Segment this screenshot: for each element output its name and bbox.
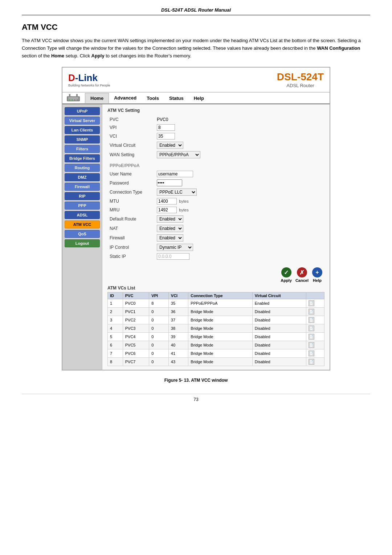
sidebar-item-rip[interactable]: RIP — [65, 192, 100, 200]
wan-setting-cell: PPPoE/PPPoA Bridge Mode Dynamic IP — [155, 150, 324, 159]
help-icon: + — [312, 267, 322, 278]
mtu-row: MTU bytes — [107, 197, 324, 206]
sidebar-item-snmp[interactable]: SNMP — [65, 135, 100, 143]
virtual-circuit-row: Virtual Circuit Enabled Disabled — [107, 141, 324, 150]
sidebar-item-firewall[interactable]: Firewall — [65, 183, 100, 191]
sidebar-item-lan-clients[interactable]: Lan Clients — [65, 126, 100, 134]
pvc-value: PVC0 — [155, 116, 324, 123]
cancel-button[interactable]: ✗ Cancel — [295, 267, 309, 283]
sidebar-item-virtual-server[interactable]: Virtual Server — [65, 117, 100, 125]
nav-status[interactable]: Status — [164, 93, 189, 103]
help-button[interactable]: + Help — [312, 267, 322, 283]
cell-edit: 📄 — [306, 316, 324, 324]
sidebar-item-qos[interactable]: QoS — [65, 230, 100, 238]
cell-edit: 📄 — [306, 349, 324, 358]
wan-setting-label: WAN Setting — [107, 150, 155, 159]
cell-vpi: 0 — [149, 308, 168, 316]
col-pvc: PVC — [123, 292, 149, 299]
edit-icon[interactable]: 📄 — [309, 334, 314, 340]
sidebar-item-atm-vcc[interactable]: ATM VCC — [65, 220, 100, 228]
cell-conn-type: Bridge Mode — [188, 324, 252, 333]
vci-input[interactable] — [157, 133, 175, 139]
ip-control-row: IP Control Dynamic IP Static IP — [107, 243, 324, 252]
router-body: UPnP Virtual Server Lan Clients SNMP Fil… — [62, 104, 330, 370]
sidebar-item-upnp[interactable]: UPnP — [65, 107, 100, 115]
sidebar-item-bridge-filters[interactable]: Bridge Filters — [65, 154, 100, 162]
virtual-circuit-select[interactable]: Enabled Disabled — [157, 142, 183, 149]
sidebar-item-routing[interactable]: Routing — [65, 164, 100, 172]
cell-edit: 📄 — [306, 358, 324, 366]
nav-home[interactable]: Home — [85, 93, 109, 103]
router-icon — [66, 93, 82, 104]
cell-edit: 📄 — [306, 308, 324, 316]
default-route-row: Default Route Enabled Disabled — [107, 214, 324, 224]
username-cell — [155, 170, 324, 178]
edit-icon[interactable]: 📄 — [309, 351, 314, 356]
wan-setting-select[interactable]: PPPoE/PPPoA Bridge Mode Dynamic IP — [157, 151, 200, 158]
cell-edit: 📄 — [306, 341, 324, 349]
default-route-select[interactable]: Enabled Disabled — [157, 215, 183, 223]
nat-select[interactable]: Enabled Disabled — [157, 225, 183, 232]
firewall-select[interactable]: Enabled Disabled — [157, 234, 183, 242]
vpi-label: VPI — [107, 123, 155, 132]
cell-virtual-circuit: Enabled — [252, 299, 306, 308]
pppoe-section-title: PPPoE/PPPoA — [107, 163, 324, 168]
vci-cell — [155, 132, 324, 141]
edit-icon[interactable]: 📄 — [309, 300, 314, 306]
sidebar-item-ppp[interactable]: PPP — [65, 202, 100, 210]
help-label: Help — [313, 278, 322, 283]
cell-virtual-circuit: Disabled — [252, 333, 306, 341]
cell-id: 6 — [108, 341, 123, 349]
cell-pvc: PVC7 — [123, 358, 149, 366]
apply-button[interactable]: ✓ Apply — [281, 267, 292, 283]
vpi-row: VPI — [107, 123, 324, 132]
vpi-input[interactable] — [157, 124, 175, 131]
cell-vci: 43 — [168, 358, 188, 366]
mtu-input[interactable] — [157, 198, 177, 204]
cell-conn-type: Bridge Mode — [188, 308, 252, 316]
password-cell — [155, 178, 324, 187]
nav-advanced[interactable]: Advanced — [109, 93, 142, 104]
sidebar-item-adsl[interactable]: ADSL — [65, 211, 100, 219]
edit-icon[interactable]: 📄 — [309, 342, 314, 348]
cell-virtual-circuit: Disabled — [252, 316, 306, 324]
mru-input[interactable] — [157, 207, 177, 213]
cell-id: 8 — [108, 358, 123, 366]
sidebar-item-filters[interactable]: Filters — [65, 145, 100, 153]
password-row: Password — [107, 178, 324, 187]
username-input[interactable] — [157, 171, 193, 177]
static-ip-input[interactable] — [157, 253, 189, 260]
cell-id: 4 — [108, 324, 123, 333]
edit-icon[interactable]: 📄 — [309, 325, 314, 331]
edit-icon[interactable]: 📄 — [309, 359, 314, 365]
default-route-cell: Enabled Disabled — [155, 214, 324, 224]
ip-control-select[interactable]: Dynamic IP Static IP — [157, 244, 193, 251]
col-conn-type: Connection Type — [188, 292, 252, 299]
cell-conn-type: Bridge Mode — [188, 358, 252, 366]
apply-label: Apply — [281, 278, 292, 283]
cell-conn-type: PPPoE/PPPoA — [188, 299, 252, 308]
connection-type-select[interactable]: PPPoE LLC PPPoE VC-Mux PPPoA LLC PPPoA V… — [157, 189, 197, 196]
cell-edit: 📄 — [306, 324, 324, 333]
nat-label: NAT — [107, 224, 155, 233]
router-header: D-Link Building Networks for People DSL-… — [62, 68, 330, 93]
cell-pvc: PVC6 — [123, 349, 149, 358]
bold-apply: Apply — [91, 53, 105, 58]
cell-pvc: PVC0 — [123, 299, 149, 308]
firewall-label: Firewall — [107, 233, 155, 243]
edit-icon[interactable]: 📄 — [309, 309, 314, 315]
cell-vpi: 0 — [149, 358, 168, 366]
nav-tools[interactable]: Tools — [142, 93, 164, 103]
svg-point-6 — [74, 99, 75, 101]
sidebar-item-logout[interactable]: Logout — [65, 239, 100, 247]
nav-help[interactable]: Help — [189, 93, 209, 103]
password-input[interactable] — [157, 179, 182, 186]
edit-icon[interactable]: 📄 — [309, 317, 314, 323]
table-row: 7 PVC6 0 41 Bridge Mode Disabled 📄 — [108, 349, 324, 358]
col-virtual-circuit: Virtual Circuit — [252, 292, 306, 299]
col-edit — [306, 292, 324, 299]
cell-id: 7 — [108, 349, 123, 358]
cell-conn-type: Bridge Mode — [188, 316, 252, 324]
sidebar-item-dmz[interactable]: DMZ — [65, 173, 100, 181]
cell-conn-type: Bridge Mode — [188, 341, 252, 349]
